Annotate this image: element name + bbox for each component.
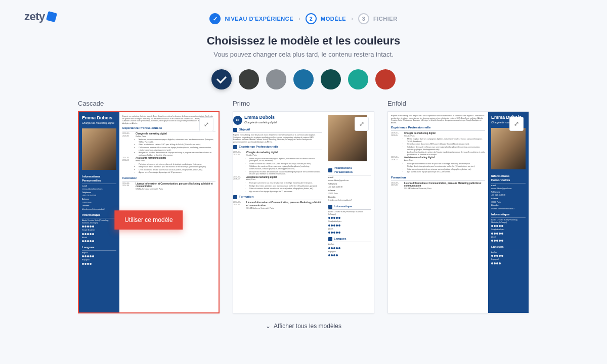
template-card[interactable]: ⤢ Experte en marketing, forte de plus de… xyxy=(387,111,529,313)
target-icon xyxy=(233,128,237,132)
resume-preview: ed Emma Dubois Chargée de marketing digi… xyxy=(233,112,374,313)
brand-name: zety xyxy=(24,10,45,23)
user-icon xyxy=(328,168,332,172)
step-experience[interactable]: ✓ NIVEAU D'EXPÉRIENCE xyxy=(209,13,293,24)
check-icon: ✓ xyxy=(209,13,221,24)
chevron-right-icon: › xyxy=(351,15,353,22)
show-all-templates[interactable]: ⌄ Afficher tous les modèles xyxy=(0,323,607,330)
template-grid: Cascade ⤢ Utiliser ce modèle Emma Dubois… xyxy=(0,100,607,313)
color-swatch[interactable] xyxy=(239,69,259,89)
chevron-down-icon: ⌄ xyxy=(266,323,271,330)
color-swatch[interactable] xyxy=(211,69,232,89)
brand-mark-icon xyxy=(46,11,57,22)
color-swatch[interactable] xyxy=(266,69,286,89)
zoom-icon[interactable]: ⤢ xyxy=(509,117,524,131)
use-template-button[interactable]: Utiliser ce modèle xyxy=(114,210,183,230)
zoom-icon[interactable]: ⤢ xyxy=(199,117,213,131)
step-template[interactable]: 2 MODÈLE xyxy=(306,13,346,24)
resume-preview: Experte en marketing, forte de plus de 4… xyxy=(388,112,529,313)
monitor-icon xyxy=(328,205,332,209)
page-title: Choisissez le modèle et les couleurs xyxy=(0,34,607,48)
avatar xyxy=(82,128,116,170)
color-swatch[interactable] xyxy=(348,69,368,89)
template-primo[interactable]: Primo ⤢ ed Emma Dubois Chargée de market… xyxy=(233,100,374,313)
avatar xyxy=(491,128,526,169)
zoom-icon[interactable]: ⤢ xyxy=(355,117,369,131)
brand-logo[interactable]: zety xyxy=(24,10,56,23)
chevron-right-icon: › xyxy=(298,15,300,22)
template-enfold[interactable]: Enfold ⤢ Experte en marketing, forte de … xyxy=(387,100,529,313)
color-swatch[interactable] xyxy=(375,69,396,89)
color-swatch[interactable] xyxy=(321,69,341,89)
color-swatch[interactable] xyxy=(293,69,314,89)
template-card[interactable]: ⤢ Utiliser ce modèle Emma Dubois Chargée… xyxy=(78,111,220,313)
page-heading: Choisissez le modèle et les couleurs Vou… xyxy=(0,34,607,58)
page-subtitle: Vous pouvez changer cela plus tard, le c… xyxy=(0,51,607,58)
color-picker xyxy=(0,69,607,89)
stepper: ✓ NIVEAU D'EXPÉRIENCE › 2 MODÈLE › 3 FIC… xyxy=(0,0,607,24)
education-icon xyxy=(233,195,237,199)
briefcase-icon xyxy=(233,145,237,149)
template-cascade[interactable]: Cascade ⤢ Utiliser ce modèle Emma Dubois… xyxy=(78,100,220,313)
globe-icon xyxy=(328,237,332,241)
template-card[interactable]: ⤢ ed Emma Dubois Chargée de marketing di… xyxy=(233,111,374,313)
step-file[interactable]: 3 FICHIER xyxy=(358,13,398,24)
